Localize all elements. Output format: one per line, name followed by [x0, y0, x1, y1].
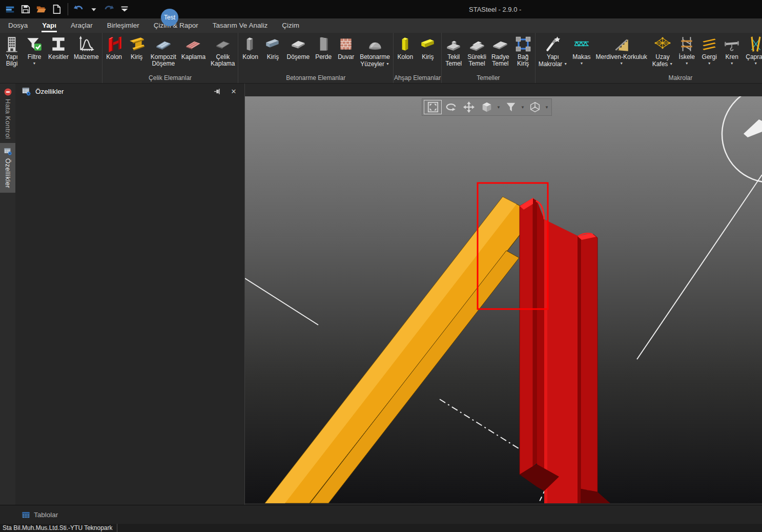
pan-button[interactable]	[460, 100, 478, 114]
ribbon-button-label: Gergi	[702, 54, 717, 60]
display-filter-dropdown[interactable]: ▼	[520, 100, 526, 114]
ribbon-button-label: Tekil Temel	[445, 54, 462, 67]
dropdown-arrow-icon: ▼	[669, 62, 673, 66]
dome-icon	[366, 35, 384, 53]
ribbon-button-kiris[interactable]: Kiriş	[261, 34, 284, 62]
ribbon-button-bag-kiris[interactable]: Bağ Kiriş	[512, 34, 534, 68]
dropdown-arrow-icon: ▼	[386, 62, 389, 66]
tab-tasarim-ve-analiz[interactable]: Tasarım Ve Analiz	[205, 18, 275, 33]
status-bar: Sta Bil.Muh.Mus.Ltd.Sti.-YTU Teknopark	[0, 524, 762, 532]
ribbon-button-kolon[interactable]: Kolon	[394, 34, 417, 62]
undo-dropdown-button[interactable]	[87, 3, 101, 16]
dropdown-arrow-icon: ▼	[580, 62, 583, 66]
ribbon-group-label: Betonarme Elemanlar	[239, 74, 392, 83]
ribbon-button-yapi-bilgi[interactable]: Yapı Bilgi	[1, 34, 23, 68]
ribbon-button-label: Kaplama	[181, 54, 205, 60]
sidebar-tab-ozellikler[interactable]: Özellikler	[0, 143, 15, 192]
concrete-beam-icon	[264, 35, 281, 53]
raft-foundation-icon	[491, 35, 509, 53]
ribbon-button-label: Çapraz	[746, 54, 762, 60]
ribbon-button-kren[interactable]: Kren▼	[720, 34, 743, 67]
ribbon-button-label: Döşeme	[286, 54, 310, 60]
ribbon-button-uzay-kafes[interactable]: Uzay Kafes▼	[650, 34, 676, 69]
ribbon-button-gergi[interactable]: Gergi▼	[698, 34, 720, 67]
column-red[interactable]	[520, 198, 610, 503]
undo-button[interactable]	[71, 3, 86, 16]
tab-cizim[interactable]: Çizim	[275, 18, 306, 33]
view-cube-icon	[481, 101, 493, 113]
tables-tab[interactable]: Tablolar	[34, 511, 58, 519]
title-bar: STASteel - 2.9.0 -	[0, 0, 762, 18]
view-cube-button[interactable]	[478, 100, 496, 114]
ribbon-button-kolon[interactable]: Kolon	[103, 34, 126, 62]
coordinate-axes-button[interactable]	[526, 100, 544, 114]
ribbon-button-kiris[interactable]: Kiriş	[126, 34, 148, 62]
zoom-extents-button[interactable]	[424, 100, 442, 114]
coordinate-axes-dropdown[interactable]: ▼	[544, 100, 550, 114]
ribbon-button-label: Radye Temel	[491, 54, 509, 67]
ribbon-group-betonarme-elemanlar: KolonKirişDöşemePerdeDuvarBetonarme Yüze…	[238, 33, 393, 83]
test-badge: Test	[161, 9, 178, 26]
ribbon-button-iskele[interactable]: İskele▼	[675, 34, 698, 67]
orbit-button[interactable]	[442, 100, 460, 114]
ribbon-button-celik-kaplama[interactable]: Çelik Kaplama	[208, 34, 237, 68]
ribbon-button-label: Bağ Kiriş	[517, 54, 529, 67]
display-filter-button[interactable]	[502, 100, 520, 114]
ribbon-button-label: Merdiven-Korkuluk	[596, 54, 647, 60]
ribbon-group-makrolar: Yapı Makrolar▼Makas▼Merdiven-Korkuluk▼Uz…	[536, 33, 762, 83]
ribbon-button-capraz[interactable]: Çapraz▼	[743, 34, 762, 67]
qa-separator	[68, 3, 68, 15]
ribbon-button-kesitler[interactable]: Kesitler	[46, 34, 71, 62]
tab-araclar[interactable]: Araçlar	[64, 18, 100, 33]
redo-button[interactable]	[102, 3, 116, 16]
new-button[interactable]	[49, 3, 64, 16]
ribbon-button-radye-temel[interactable]: Radye Temel	[489, 34, 512, 68]
slab-icon	[290, 35, 307, 53]
pin-panel-button[interactable]	[214, 86, 225, 96]
tab-birlesimler[interactable]: Birleşimler	[100, 18, 147, 33]
open-button[interactable]	[34, 3, 48, 16]
viewport: ▼▼▼	[245, 84, 762, 505]
panel-title: Özellikler	[35, 88, 64, 95]
ribbon-button-betonarme-yuzeyler[interactable]: Betonarme Yüzeyler▼	[357, 34, 393, 69]
ribbon-button-surekli-temel[interactable]: Sürekli Temel	[465, 34, 489, 68]
ribbon-button-tekil-temel[interactable]: Tekil Temel	[442, 34, 465, 68]
ribbon-button-kolon[interactable]: Kolon	[239, 34, 261, 62]
ribbon-button-kompozit-doseme[interactable]: Kompozit Döşeme	[148, 34, 179, 68]
ribbon-button-yapi-makrolar[interactable]: Yapı Makrolar▼	[536, 34, 570, 69]
ribbon-button-label: Yapı Bilgi	[6, 54, 18, 67]
ribbon-button-label: Yapı Makrolar▼	[539, 54, 568, 68]
ribbon-button-label: Kiriş	[267, 54, 279, 60]
3d-viewport-canvas[interactable]	[245, 96, 762, 503]
ribbon-group-label: Makrolar	[536, 74, 762, 83]
properties-panel-header: Özellikler ✕	[15, 84, 244, 99]
save-button[interactable]	[18, 3, 33, 16]
ribbon-button-filtre[interactable]: Filtre▼	[23, 34, 46, 67]
ribbon-button-merdiven-korkuluk[interactable]: Merdiven-Korkuluk▼	[593, 34, 650, 67]
steel-plate-icon	[214, 35, 232, 53]
ribbon-button-label: Sürekli Temel	[467, 54, 486, 67]
ribbon-button-malzeme[interactable]: Malzeme	[71, 34, 101, 62]
tie-beam-icon	[514, 35, 532, 53]
x-brace-icon	[747, 35, 762, 53]
window-title: STASteel - 2.9.0 -	[469, 0, 521, 18]
steel-beam-icon	[128, 35, 146, 53]
view-cube-dropdown[interactable]: ▼	[496, 100, 502, 114]
tab-yapi[interactable]: Yapı	[35, 18, 64, 33]
ribbon-button-kiris[interactable]: Kiriş	[417, 34, 439, 62]
customize-button[interactable]	[117, 3, 132, 16]
ribbon-button-perde[interactable]: Perde	[312, 34, 335, 62]
ribbon-button-kaplama[interactable]: Kaplama	[179, 34, 208, 62]
close-panel-button[interactable]: ✕	[228, 86, 239, 96]
ribbon-button-label: Malzeme	[74, 54, 99, 60]
ribbon-button-doseme[interactable]: Döşeme	[284, 34, 312, 62]
fit-view-icon	[427, 101, 439, 113]
ribbon-button-makas[interactable]: Makas▼	[570, 34, 593, 67]
sidebar-tab-hata-kontrol[interactable]: Hata Kontrol	[0, 84, 15, 143]
ribbon-button-label: Kolon	[398, 54, 414, 60]
tab-dosya[interactable]: Dosya	[1, 18, 35, 33]
ribbon-button-duvar[interactable]: Duvar	[335, 34, 357, 62]
brick-wall-icon	[337, 35, 355, 53]
ribbon-tab-row: DosyaYapıAraçlarBirleşimlerÇizim & Rapor…	[0, 18, 762, 33]
properties-icon	[22, 87, 31, 96]
